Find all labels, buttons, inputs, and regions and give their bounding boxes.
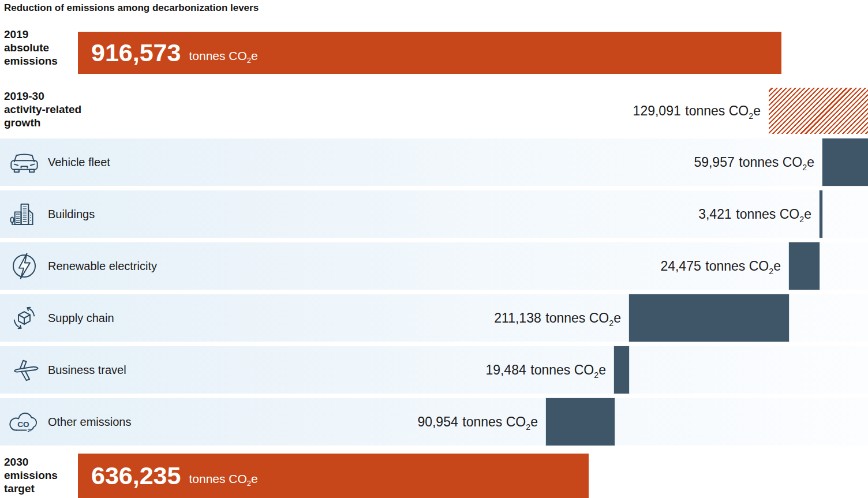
co2-cloud-icon: CO 2: [8, 405, 41, 439]
growth-row: 2019-30 activity-related growth 129,091t…: [0, 88, 868, 134]
start-row-label: 2019 absolute emissions: [4, 28, 79, 68]
airplane-icon: [8, 353, 41, 387]
buildings-bar: [820, 190, 822, 238]
supply-chain-icon: [8, 301, 41, 335]
growth-value: 129,091tonnes CO2e: [633, 88, 761, 134]
end-total-unit: tonnes CO2e: [189, 466, 257, 486]
lever-label: Buildings: [48, 190, 95, 238]
lever-label: Supply chain: [48, 294, 114, 342]
car-icon: [8, 145, 41, 179]
supply-chain-bar: [629, 294, 789, 342]
row-background: [0, 346, 868, 394]
lever-row-supply-chain: Supply chain 211,138tonnes CO2e: [0, 294, 868, 342]
start-total-unit: tonnes CO2e: [189, 43, 257, 63]
lever-row-business-travel: Business travel 19,484tonnes CO2e: [0, 346, 868, 394]
lever-label: Business travel: [48, 346, 126, 394]
lever-row-other-emissions: CO 2 Other emissions 90,954tonnes CO2e: [0, 398, 868, 445]
lever-row-vehicle-fleet: Vehicle fleet 59,957tonnes CO2e: [0, 138, 868, 186]
business-travel-bar: [614, 346, 629, 394]
lever-value: 24,475tonnes CO2e: [660, 242, 781, 290]
start-total-bar: 916,573 tonnes CO2e: [78, 32, 781, 74]
lever-value: 19,484tonnes CO2e: [485, 346, 606, 394]
chart-title: Reduction of emissions among decarboniza…: [4, 2, 259, 14]
lever-row-buildings: Buildings 3,421tonnes CO2e: [0, 190, 868, 238]
start-total-value: 916,573: [91, 40, 181, 65]
lever-label: Other emissions: [48, 398, 132, 445]
end-total-bar: 636,235 tonnes CO2e: [78, 454, 589, 498]
growth-row-label: 2019-30 activity-related growth: [4, 90, 108, 129]
buildings-icon: [8, 197, 41, 231]
other-emissions-bar: [546, 398, 615, 445]
svg-text:2: 2: [27, 427, 31, 433]
growth-hatched-bar: [769, 88, 868, 134]
lever-value: 3,421tonnes CO2e: [698, 190, 811, 238]
lever-row-renewable-electricity: Renewable electricity 24,475tonnes CO2e: [0, 242, 868, 290]
vehicle-fleet-bar: [822, 138, 868, 186]
lever-value: 211,138tonnes CO2e: [494, 294, 621, 342]
lever-value: 90,954tonnes CO2e: [417, 398, 538, 445]
renewable-electricity-bar: [789, 242, 820, 290]
lightning-icon: [8, 249, 41, 283]
lever-label: Vehicle fleet: [48, 138, 110, 186]
lever-label: Renewable electricity: [48, 242, 157, 290]
end-total-value: 636,235: [91, 463, 181, 488]
emissions-waterfall-chart: Reduction of emissions among decarboniza…: [0, 0, 868, 498]
end-row-label: 2030 emissions target: [4, 456, 73, 495]
lever-value: 59,957tonnes CO2e: [694, 138, 814, 186]
